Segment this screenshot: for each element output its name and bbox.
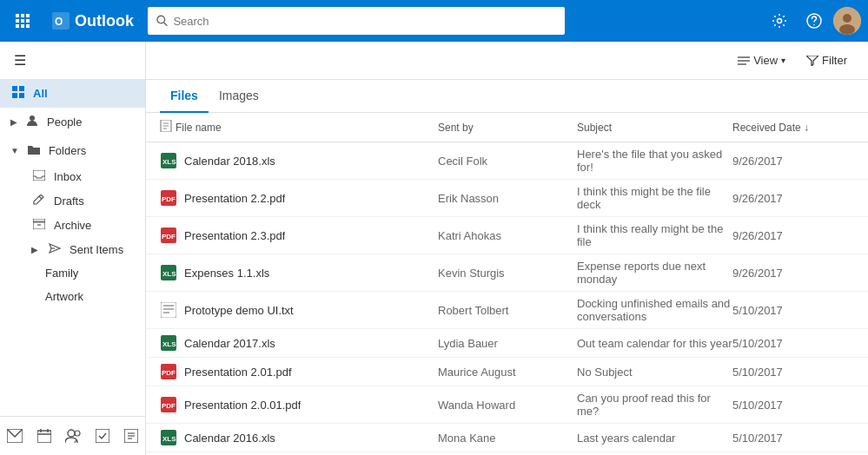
table-row[interactable]: PDF Presentation 2.0.01.pdf Wanda Howard… bbox=[146, 386, 868, 424]
table-row[interactable]: PDF Presentation 2.2.pdf Erik Nasson I t… bbox=[146, 180, 868, 217]
drafts-icon bbox=[31, 194, 47, 208]
file-date: 5/10/2017 bbox=[732, 337, 854, 350]
sidebar-hamburger[interactable]: ☰ bbox=[0, 42, 145, 79]
send-icon bbox=[47, 242, 63, 256]
help-icon bbox=[806, 13, 822, 29]
file-sentby: Maurice August bbox=[438, 366, 577, 379]
file-sentby: Wanda Howard bbox=[438, 399, 577, 412]
sidebar-item-all[interactable]: All bbox=[0, 79, 145, 108]
view-button[interactable]: View ▾ bbox=[731, 50, 792, 70]
svg-rect-54 bbox=[161, 302, 176, 318]
gear-icon bbox=[772, 13, 787, 29]
header-subject[interactable]: Subject bbox=[577, 120, 732, 135]
tab-files[interactable]: Files bbox=[160, 80, 209, 113]
file-date: 9/26/2017 bbox=[732, 192, 854, 205]
table-row[interactable]: PDF Presentation 2.3.pdf Katri Ahokas I … bbox=[146, 217, 868, 254]
file-date: 5/10/2017 bbox=[732, 304, 854, 317]
svg-rect-5 bbox=[26, 19, 30, 23]
sidebar-bottom-nav bbox=[0, 416, 145, 455]
file-subject: No Subject bbox=[577, 366, 732, 379]
pdf-file-icon: PDF bbox=[160, 363, 177, 380]
sidebar-item-family[interactable]: Family bbox=[0, 261, 145, 285]
header-sentby[interactable]: Sent by bbox=[438, 120, 577, 135]
search-box[interactable] bbox=[148, 7, 565, 35]
svg-rect-22 bbox=[19, 93, 24, 98]
svg-rect-19 bbox=[12, 86, 17, 91]
search-input[interactable] bbox=[173, 15, 556, 28]
svg-rect-3 bbox=[16, 19, 19, 23]
file-name-cell-text: Calendar 2016.xls bbox=[184, 432, 275, 445]
table-row[interactable]: PDF Presentation 2.01.pdf Maurice August… bbox=[146, 358, 868, 386]
help-button[interactable] bbox=[798, 5, 830, 36]
filter-label: Filter bbox=[822, 54, 847, 67]
svg-text:PDF: PDF bbox=[162, 369, 176, 377]
tasks-nav-icon[interactable] bbox=[90, 424, 115, 448]
file-name-cell-text: Presentation 2.3.pdf bbox=[184, 229, 285, 242]
svg-point-13 bbox=[778, 19, 782, 23]
app-logo: O Outlook bbox=[45, 12, 141, 30]
waffle-button[interactable] bbox=[7, 5, 38, 36]
person-icon bbox=[24, 115, 40, 129]
mail-nav-icon[interactable] bbox=[2, 424, 28, 448]
svg-point-18 bbox=[839, 24, 855, 35]
chevron-right-icon: ▶ bbox=[10, 117, 17, 127]
people-nav-icon[interactable] bbox=[60, 424, 86, 448]
table-row[interactable]: Prototype demo UI.txt Robert Tolbert Doc… bbox=[146, 292, 868, 329]
file-sentby: Kevin Sturgis bbox=[438, 267, 577, 280]
file-date: 9/26/2017 bbox=[732, 155, 854, 168]
sidebar-item-archive[interactable]: Archive bbox=[0, 213, 145, 237]
header-subject-label: Subject bbox=[577, 122, 612, 134]
file-sentby: Mona Kane bbox=[438, 432, 577, 445]
filter-button[interactable]: Filter bbox=[799, 50, 854, 70]
header-sentby-label: Sent by bbox=[438, 122, 474, 134]
svg-point-15 bbox=[813, 24, 815, 26]
notes-nav-icon[interactable] bbox=[119, 424, 143, 448]
sidebar-item-people[interactable]: ▶ People bbox=[0, 108, 145, 136]
tab-images[interactable]: Images bbox=[209, 80, 269, 113]
file-subject: Here's the file that you asked for! bbox=[577, 148, 732, 174]
sidebar-item-artwork[interactable]: Artwork bbox=[0, 285, 145, 308]
avatar[interactable] bbox=[833, 7, 861, 35]
header-filename[interactable]: File name bbox=[160, 120, 438, 135]
svg-point-35 bbox=[68, 430, 75, 437]
file-name-cell-text: Calendar 2017.xls bbox=[184, 337, 275, 350]
svg-point-17 bbox=[843, 14, 851, 23]
file-sentby: Lydia Bauer bbox=[438, 337, 577, 350]
sidebar-item-folders[interactable]: ▼ Folders bbox=[0, 136, 145, 164]
sidebar-drafts-label: Drafts bbox=[54, 195, 135, 208]
calendar-nav-icon[interactable] bbox=[32, 424, 56, 448]
table-row[interactable]: XLS Calendar 2016.xls Mona Kane Last yea… bbox=[146, 424, 868, 452]
pdf-file-icon: PDF bbox=[160, 189, 177, 207]
file-date: 5/10/2017 bbox=[732, 432, 854, 445]
sidebar-inbox-label: Inbox bbox=[54, 170, 135, 183]
table-row[interactable]: XLS Expenses 1.1.xls Kevin Sturgis Expen… bbox=[146, 254, 868, 292]
sidebar-sent-label: Sent Items bbox=[70, 243, 135, 256]
file-subject: I think this might be the file deck bbox=[577, 185, 732, 211]
svg-rect-6 bbox=[16, 24, 19, 28]
sidebar-item-sent[interactable]: ▶ Sent Items bbox=[0, 237, 145, 261]
svg-rect-37 bbox=[96, 429, 109, 443]
filter-icon bbox=[806, 56, 818, 66]
svg-rect-2 bbox=[26, 14, 30, 17]
file-sentby: Katri Ahokas bbox=[438, 229, 577, 242]
sidebar-item-drafts[interactable]: Drafts bbox=[0, 188, 145, 213]
sidebar-family-label: Family bbox=[45, 267, 135, 280]
file-name-cell-text: Presentation 2.2.pdf bbox=[184, 192, 285, 205]
svg-point-23 bbox=[30, 115, 35, 121]
sidebar-item-inbox[interactable]: Inbox bbox=[0, 164, 145, 188]
table-row[interactable]: XLS Calendar 2018.xls Cecil Folk Here's … bbox=[146, 142, 868, 180]
settings-button[interactable] bbox=[764, 5, 795, 36]
header-received[interactable]: Received Date ↓ bbox=[732, 120, 854, 135]
folder-icon bbox=[26, 143, 42, 157]
svg-text:XLS: XLS bbox=[162, 270, 176, 278]
svg-text:PDF: PDF bbox=[162, 402, 176, 410]
svg-line-12 bbox=[164, 23, 168, 26]
file-sentby: Cecil Folk bbox=[438, 155, 577, 168]
table-row[interactable]: XLS Calendar 2017.xls Lydia Bauer Out te… bbox=[146, 329, 868, 358]
svg-text:PDF: PDF bbox=[162, 195, 176, 203]
svg-text:XLS: XLS bbox=[162, 158, 176, 166]
svg-text:XLS: XLS bbox=[162, 435, 176, 443]
search-icon bbox=[156, 15, 168, 27]
sent-chevron-icon: ▶ bbox=[31, 245, 38, 254]
xls-file-icon: XLS bbox=[160, 429, 177, 446]
